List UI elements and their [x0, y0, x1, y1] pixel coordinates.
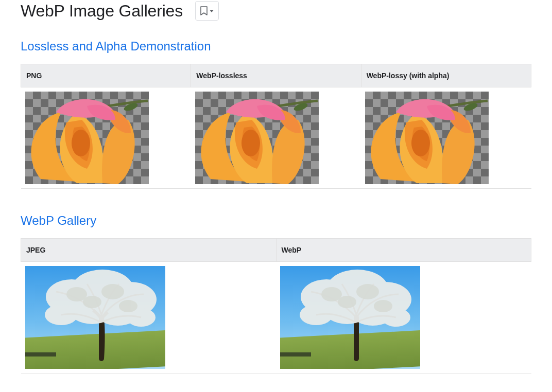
col-header-webp: WebP — [276, 239, 531, 262]
section-heading-gallery: WebP Gallery — [21, 213, 531, 228]
svg-point-3 — [242, 130, 260, 156]
rose-illustration — [195, 92, 319, 184]
tree-illustration — [280, 266, 420, 369]
svg-point-1 — [72, 130, 90, 156]
svg-point-16 — [119, 300, 137, 312]
sample-image-tree-webp[interactable] — [280, 266, 420, 369]
section-link-gallery[interactable]: WebP Gallery — [21, 213, 96, 227]
svg-point-17 — [83, 296, 101, 308]
col-header-jpeg: JPEG — [21, 239, 277, 262]
col-header-webp-lossy-alpha: WebP-lossy (with alpha) — [361, 64, 531, 87]
bookmark-dropdown-button[interactable] — [195, 1, 219, 21]
sample-image-tree-jpeg[interactable] — [25, 266, 165, 369]
col-header-webp-lossless: WebP-lossless — [191, 64, 361, 87]
page-title: WebP Image Galleries — [21, 2, 183, 21]
col-header-png: PNG — [21, 64, 191, 87]
svg-point-12 — [45, 305, 78, 325]
svg-rect-6 — [25, 352, 56, 357]
section-heading-alpha: Lossless and Alpha Demonstration — [21, 39, 531, 54]
svg-point-29 — [338, 296, 356, 308]
tree-illustration — [25, 266, 165, 369]
svg-point-28 — [374, 300, 392, 312]
svg-rect-18 — [280, 352, 311, 357]
svg-point-15 — [101, 284, 124, 299]
bookmark-icon — [200, 6, 208, 15]
section-link-alpha[interactable]: Lossless and Alpha Demonstration — [21, 39, 211, 53]
svg-point-24 — [300, 305, 333, 325]
svg-point-5 — [411, 130, 430, 156]
webp-gallery-table: JPEG WebP — [21, 238, 531, 373]
chevron-down-icon — [210, 10, 214, 12]
alpha-demo-table: PNG WebP-lossless WebP-lossy (with alpha… — [21, 64, 531, 189]
svg-point-27 — [356, 284, 379, 299]
sample-image-rose-webp-lossless[interactable] — [195, 92, 319, 184]
rose-illustration — [365, 92, 489, 184]
sample-image-rose-png[interactable] — [25, 92, 149, 184]
sample-image-rose-webp-lossy[interactable] — [365, 92, 489, 184]
rose-illustration — [25, 92, 149, 184]
